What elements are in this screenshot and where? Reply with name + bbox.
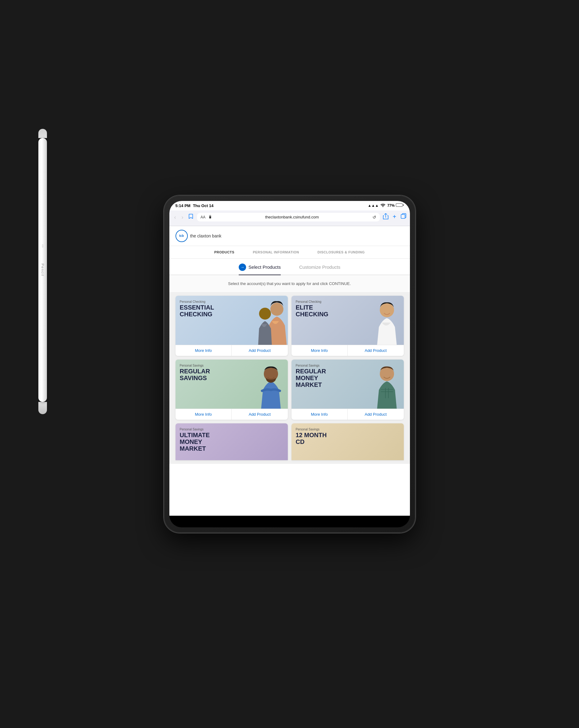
svg-rect-1	[209, 216, 211, 218]
bank-header: tcb the claxton bank	[169, 226, 410, 246]
lock-icon	[209, 215, 212, 219]
sub-nav-customize-products[interactable]: Customize Products	[299, 264, 340, 274]
product-image-elite-checking: Personal Checking ELITECHECKING	[292, 296, 404, 345]
apple-pencil:  Pencil	[36, 129, 49, 405]
product-bg-cd: Personal Savings 12 MONTHCD	[292, 423, 404, 460]
product-name-cd: 12 MONTHCD	[296, 432, 400, 445]
product-name-money-market: REGULARMONEYMARKET	[296, 368, 326, 388]
product-card-12month-cd: Personal Savings 12 MONTHCD	[292, 423, 404, 460]
nav-row: ‹ › AA	[173, 213, 406, 222]
select-products-label: Select Products	[249, 264, 281, 270]
product-category-money-market: Personal Savings	[296, 364, 326, 367]
person-figure-elite	[370, 299, 404, 345]
tcb-logo-circle: tcb	[176, 230, 188, 242]
nav-actions: +	[383, 213, 406, 221]
url-bar[interactable]: AA theclaxtonbank.csinufund.com ↺	[197, 213, 380, 222]
more-info-essential[interactable]: More Info	[176, 345, 232, 356]
step-disclosures[interactable]: DISCLOSURES & FUNDING	[318, 250, 365, 254]
product-bg-regular-savings: Personal Savings REGULARSAVINGS	[176, 360, 288, 409]
card-actions-regular-savings: More Info Add Product	[176, 409, 288, 420]
status-right: ▲▲▲ 77%	[368, 203, 403, 208]
product-text-regular-savings: Personal Savings REGULARSAVINGS	[180, 364, 210, 381]
product-category-essential: Personal Checking	[180, 300, 214, 304]
add-product-essential[interactable]: Add Product	[232, 345, 288, 356]
svg-point-0	[383, 206, 383, 207]
step-personal-info[interactable]: PERSONAL INFORMATION	[253, 250, 299, 254]
partial-products-grid: Personal Savings ULTIMATEMONEYMARKET Per…	[169, 423, 410, 464]
svg-rect-2	[401, 214, 405, 218]
refresh-button[interactable]: ↺	[373, 215, 376, 220]
add-product-regular-savings[interactable]: Add Product	[232, 409, 288, 420]
add-tab-button[interactable]: +	[393, 213, 397, 221]
pencil-label: Pencil	[41, 263, 45, 277]
product-image-money-market: Personal Savings REGULARMONEYMARKET	[292, 360, 404, 409]
person-figure-money-market	[370, 363, 404, 409]
ipad-screen: 5:14 PM Thu Oct 14 ▲▲▲ 77%	[169, 201, 410, 527]
product-name-essential: ESSENTIALCHECKING	[180, 304, 214, 317]
card-actions-essential: More Info Add Product	[176, 345, 288, 356]
sub-nav: → Select Products Customize Products	[169, 259, 410, 275]
person-figure-essential	[254, 299, 288, 345]
signal-icon: ▲▲▲	[368, 203, 379, 208]
browser-chrome: ‹ › AA	[169, 210, 410, 226]
card-actions-elite: More Info Add Product	[292, 345, 404, 356]
status-left: 5:14 PM Thu Oct 14	[176, 203, 213, 208]
svg-point-5	[380, 303, 394, 317]
battery-display: 77%	[387, 203, 403, 208]
product-name-ultimate: ULTIMATEMONEYMARKET	[180, 432, 283, 452]
product-card-regular-savings: Personal Savings REGULARSAVINGS	[176, 360, 288, 420]
back-button[interactable]: ‹	[173, 214, 177, 220]
forward-button[interactable]: ›	[180, 214, 185, 220]
tabs-button[interactable]	[401, 213, 406, 221]
progress-nav: PRODUCTS PERSONAL INFORMATION DISCLOSURE…	[169, 246, 410, 259]
url-text: theclaxtonbank.csinufund.com	[213, 215, 371, 219]
more-info-money-market[interactable]: More Info	[292, 409, 348, 420]
select-products-icon: →	[239, 263, 246, 271]
product-name-elite: ELITECHECKING	[296, 304, 329, 317]
tcb-logo: tcb the claxton bank	[176, 230, 222, 242]
more-info-elite[interactable]: More Info	[292, 345, 348, 356]
product-bg-money-market: Personal Savings REGULARMONEYMARKET	[292, 360, 404, 409]
product-card-elite-checking: Personal Checking ELITECHECKING	[292, 296, 404, 356]
bookmarks-button[interactable]	[188, 213, 194, 221]
instruction-text: Select the account(s) that you want to a…	[169, 275, 410, 292]
page-content: tcb the claxton bank PRODUCTS PERSONAL I…	[169, 226, 410, 516]
product-text-elite: Personal Checking ELITECHECKING	[296, 300, 329, 317]
product-bg-essential: Personal Checking ESSENTIALCHECKING	[176, 296, 288, 345]
add-product-elite[interactable]: Add Product	[348, 345, 404, 356]
date-display: Thu Oct 14	[193, 203, 213, 208]
logo-text: tcb	[179, 234, 184, 237]
product-category-elite: Personal Checking	[296, 300, 329, 304]
product-image-essential-checking: Personal Checking ESSENTIALCHECKING	[176, 296, 288, 345]
share-button[interactable]	[383, 213, 388, 221]
time-display: 5:14 PM	[176, 203, 191, 208]
more-info-regular-savings[interactable]: More Info	[176, 409, 232, 420]
aa-label[interactable]: AA	[201, 215, 206, 219]
status-bar: 5:14 PM Thu Oct 14 ▲▲▲ 77%	[169, 201, 410, 210]
card-actions-money-market: More Info Add Product	[292, 409, 404, 420]
product-bg-elite: Personal Checking ELITECHECKING	[292, 296, 404, 345]
sub-nav-select-products[interactable]: → Select Products	[239, 263, 281, 275]
step-products[interactable]: PRODUCTS	[214, 250, 234, 254]
ipad-frame: 5:14 PM Thu Oct 14 ▲▲▲ 77%	[164, 196, 416, 533]
bank-name: the claxton bank	[190, 233, 222, 238]
product-bg-ultimate: Personal Savings ULTIMATEMONEYMARKET	[176, 423, 288, 460]
product-card-ultimate-money-market: Personal Savings ULTIMATEMONEYMARKET	[176, 423, 288, 460]
customize-products-label: Customize Products	[299, 264, 340, 270]
products-grid: Personal Checking ESSENTIALCHECKING	[169, 292, 410, 423]
scene:  Pencil 5:14 PM Thu Oct 14 ▲▲▲	[0, 0, 579, 728]
product-card-money-market: Personal Savings REGULARMONEYMARKET	[292, 360, 404, 420]
product-category-cd: Personal Savings	[296, 428, 400, 431]
product-text-money-market: Personal Savings REGULARMONEYMARKET	[296, 364, 326, 388]
product-card-essential-checking: Personal Checking ESSENTIALCHECKING	[176, 296, 288, 356]
product-category-ultimate: Personal Savings	[180, 428, 283, 431]
product-name-regular-savings: REGULARSAVINGS	[180, 368, 210, 381]
svg-point-3	[270, 303, 283, 316]
person-figure-regular-savings	[254, 363, 288, 409]
product-text-essential: Personal Checking ESSENTIALCHECKING	[180, 300, 214, 317]
product-image-regular-savings: Personal Savings REGULARSAVINGS	[176, 360, 288, 409]
product-category-regular-savings: Personal Savings	[180, 364, 210, 367]
add-product-money-market[interactable]: Add Product	[348, 409, 404, 420]
svg-point-4	[259, 308, 271, 320]
wifi-icon	[380, 203, 385, 208]
